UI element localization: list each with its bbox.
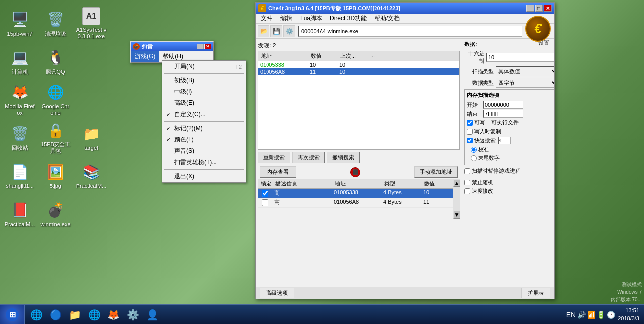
ce-start-label: 开始 bbox=[467, 101, 482, 109]
tray-time-icon[interactable]: 🕐 bbox=[607, 311, 615, 319]
icon-15pb-tools-label: 15PB安全工具包 bbox=[40, 141, 71, 154]
ce-fastmodify-checkbox[interactable] bbox=[464, 188, 470, 194]
ce-lastdigit-radio[interactable] bbox=[471, 155, 477, 161]
mine-menu-game[interactable]: 游戏(G) bbox=[131, 51, 159, 62]
icon-15pb-tools[interactable]: 🔒 15PB安全工具包 bbox=[38, 119, 73, 156]
ctx-intermediate[interactable]: 中级(I) bbox=[162, 86, 246, 97]
ce-tool-settings[interactable]: ⚙️ bbox=[283, 25, 295, 37]
ce-align-label: 校准 bbox=[478, 146, 489, 153]
ctx-exit[interactable]: 退出(X) bbox=[162, 171, 246, 182]
ce-align-radio[interactable] bbox=[471, 147, 477, 153]
scrollbar-down[interactable]: ▼ bbox=[453, 211, 460, 219]
ce-add-addr-button[interactable]: 手动添加地址 bbox=[414, 166, 458, 178]
taskbar-user[interactable]: 👤 bbox=[143, 306, 161, 324]
ce-readable-checkbox[interactable] bbox=[467, 120, 473, 126]
search-result-row[interactable]: 01005338 10 10 bbox=[258, 61, 459, 68]
taskbar-blue[interactable]: 🔵 bbox=[47, 306, 64, 324]
ce-bottom-list[interactable]: 高 01005338 4 Bytes 10 高 010056A8 4 Byte bbox=[258, 189, 453, 219]
ce-process-bar[interactable]: 000004A4-winmine.exe bbox=[298, 26, 522, 37]
ce-scrollbar[interactable]: ▲ ▼ bbox=[453, 179, 460, 219]
taskbar-gear[interactable]: ⚙️ bbox=[124, 306, 142, 324]
icon-qq-label: 腾讯QQ bbox=[46, 69, 65, 75]
icon-a1systest[interactable]: A1 A1SysTest v0.3.0.1.exe bbox=[74, 5, 108, 42]
ce-writecopy-checkbox[interactable] bbox=[467, 129, 473, 135]
search-result-row-selected[interactable]: 010056A8 11 10 bbox=[258, 68, 459, 75]
tray-network-icon[interactable]: 📶 bbox=[587, 311, 595, 319]
qq-icon: 🐧 bbox=[46, 47, 65, 67]
taskbar-clock[interactable]: 13:51 2018/3/3 bbox=[618, 307, 639, 322]
ce-minimize-button[interactable]: _ bbox=[526, 5, 534, 12]
icon-target[interactable]: 📁 target bbox=[74, 119, 108, 156]
bottom-val-2: 11 bbox=[421, 198, 451, 207]
ce-menu-file[interactable]: 文件 bbox=[257, 13, 276, 24]
icon-shangjiti-label: shangjiti1... bbox=[6, 183, 34, 189]
ce-close-button[interactable]: ✕ bbox=[544, 5, 552, 12]
taskbar-ie[interactable]: 🌐 bbox=[27, 306, 45, 324]
ctx-new-game[interactable]: 开局(N) F2 bbox=[162, 61, 246, 72]
ce-memview-button[interactable]: 内存查看 bbox=[260, 166, 296, 178]
ce-rescan-button[interactable]: 重新搜索 bbox=[258, 152, 290, 163]
ce-next-scan-button[interactable]: 再次搜索 bbox=[292, 152, 325, 163]
tray-battery-icon[interactable]: 🔋 bbox=[597, 311, 605, 319]
ctx-expert[interactable]: 高级(E) bbox=[162, 97, 246, 109]
ce-start-input[interactable] bbox=[483, 101, 523, 109]
icon-qq[interactable]: 🐧 腾讯QQ bbox=[38, 43, 73, 80]
ce-titlebar[interactable]: € Che4t 3ng1n3 6.4 [15PB专版 15PB.COM][201… bbox=[256, 3, 554, 14]
ctx-sound[interactable]: 声音(S) bbox=[162, 145, 246, 157]
icon-firefox[interactable]: 🦊 Mozilla Firefox bbox=[2, 81, 37, 118]
ce-fastscan-checkbox[interactable] bbox=[467, 138, 473, 143]
ce-stop-icon[interactable]: ⬛ bbox=[350, 167, 360, 177]
ce-menu-d3d[interactable]: Direct 3D功能 bbox=[326, 13, 371, 24]
tray-speaker-icon[interactable]: 🔊 bbox=[577, 311, 586, 319]
icon-computer[interactable]: 💻 计算机 bbox=[2, 43, 37, 80]
ce-menu-help[interactable]: 帮助/文档 bbox=[371, 13, 404, 24]
mine-minimize-button[interactable]: _ bbox=[197, 44, 204, 49]
start-button[interactable]: ⊞ bbox=[0, 305, 25, 324]
ce-tool-save[interactable]: 💾 bbox=[270, 25, 282, 37]
ce-search-results-list[interactable]: 地址 数值 上次... ... 01005338 10 10 010056A8 … bbox=[258, 51, 460, 150]
icon-recycle2[interactable]: 🗑️ 回收站 bbox=[2, 119, 37, 156]
ce-menu-lua[interactable]: Lua脚本 bbox=[296, 13, 326, 24]
minesweeper-titlebar[interactable]: 💣 扫雷 _ ✕ bbox=[131, 42, 213, 51]
icon-5jpg[interactable]: 🖼️ 5.jpg bbox=[38, 157, 73, 194]
icon-shangjiti[interactable]: 📄 shangjiti1... bbox=[2, 157, 37, 194]
ce-menu-edit[interactable]: 编辑 bbox=[276, 13, 296, 24]
ce-maximize-button[interactable]: □ bbox=[535, 5, 543, 12]
icon-practicalm2[interactable]: 📕 PracticalM... bbox=[2, 195, 37, 232]
ce-hex-input[interactable] bbox=[486, 53, 554, 62]
ctx-beginner[interactable]: 初级(B) bbox=[162, 75, 246, 86]
icon-15pb-win7[interactable]: 🖥️ 15pb-win7 bbox=[2, 5, 37, 42]
ce-expand-button[interactable]: 扩展表 bbox=[521, 288, 550, 298]
ctx-custom[interactable]: ✓ 自定义(C)... bbox=[162, 109, 246, 120]
icon-recycle-bin[interactable]: 🗑️ 清理垃圾 bbox=[38, 5, 73, 42]
bottom-row-1[interactable]: 高 01005338 4 Bytes 10 bbox=[258, 189, 453, 198]
taskbar-chrome[interactable]: 🌐 bbox=[85, 306, 103, 324]
ce-norandom-checkbox[interactable] bbox=[464, 180, 470, 185]
icon-winmine[interactable]: 💣 winmine.exe bbox=[38, 195, 73, 232]
ce-title-text: Che4t 3ng1n3 6.4 [15PB专版 15PB.COM][20141… bbox=[268, 5, 526, 12]
tray-en[interactable]: EN bbox=[566, 311, 576, 319]
ce-scan-type-select[interactable]: 具体数值 bbox=[496, 66, 554, 76]
ce-start-row: 开始 bbox=[467, 101, 554, 109]
taskbar-explorer[interactable]: 📁 bbox=[66, 306, 84, 324]
col-value: 数值 bbox=[309, 52, 338, 60]
ce-cancel-scan-button[interactable]: 撤销搜索 bbox=[327, 152, 360, 163]
taskbar-firefox[interactable]: 🦊 bbox=[105, 306, 122, 324]
icon-practicalm[interactable]: 📚 PracticalM... bbox=[74, 157, 108, 194]
ce-tool-open[interactable]: 📂 bbox=[258, 25, 269, 37]
bottom-row-2[interactable]: 高 010056A8 4 Bytes 11 bbox=[258, 198, 453, 208]
lock-checkbox-2[interactable] bbox=[262, 199, 268, 206]
ctx-mark[interactable]: ✓ 标记(?)(M) bbox=[162, 123, 246, 134]
ce-advanced-button[interactable]: 高级选项 bbox=[260, 288, 294, 298]
ce-data-type-select[interactable]: 四字节 bbox=[496, 78, 554, 88]
mine-close-button[interactable]: ✕ bbox=[204, 44, 211, 49]
ce-fastscan-value[interactable] bbox=[498, 137, 511, 144]
icon-chrome[interactable]: 🌐 Google Chrome bbox=[38, 81, 73, 118]
ce-end-input[interactable] bbox=[483, 110, 523, 118]
lock-checkbox-1[interactable] bbox=[262, 190, 268, 197]
ce-pausegame-checkbox[interactable] bbox=[464, 168, 470, 174]
icon-practicalm2-label: PracticalM... bbox=[5, 221, 35, 228]
ctx-color[interactable]: ✓ 颜色(L) bbox=[162, 134, 246, 145]
scrollbar-up[interactable]: ▲ bbox=[453, 179, 460, 187]
ctx-highscore[interactable]: 扫雷英雄榜(T)... bbox=[162, 157, 246, 168]
